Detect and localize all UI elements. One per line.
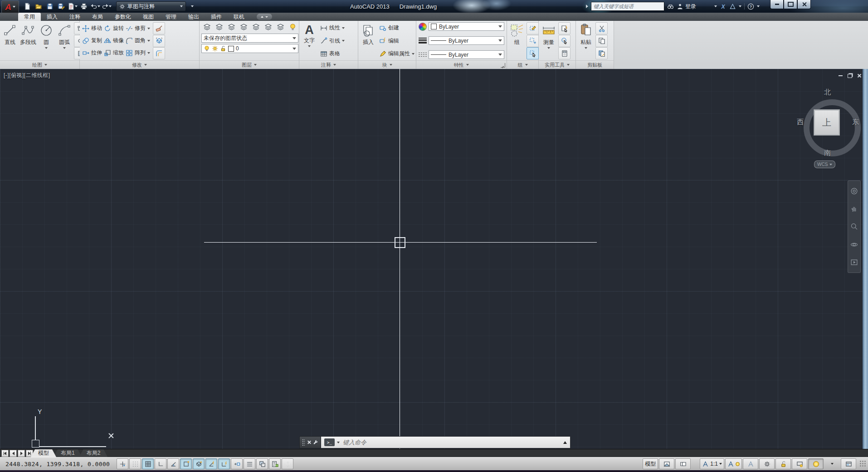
layer-match-button[interactable] [214, 22, 225, 32]
snap-mode-toggle[interactable] [129, 458, 141, 469]
coordinates-readout[interactable]: 2448.3824, 1399.3418, 0.0000 [0, 461, 116, 467]
panel-label-group[interactable]: 组 [507, 60, 538, 69]
exchange-apps-button[interactable] [720, 3, 727, 10]
first-tab-button[interactable] [1, 450, 9, 457]
group-edit-button[interactable] [527, 35, 539, 47]
ortho-mode-toggle[interactable] [155, 458, 166, 469]
block-edit-attributes-button[interactable]: 编辑属性 [378, 48, 416, 59]
tab-model[interactable]: 模型 [31, 449, 56, 457]
polyline-button[interactable]: 多段线 [20, 22, 37, 60]
quick-select-button[interactable] [558, 22, 571, 34]
chevron-down-icon[interactable] [757, 5, 760, 7]
quick-properties-toggle[interactable] [269, 458, 281, 469]
tab-parametric[interactable]: 参数化 [109, 13, 137, 21]
fillet-button[interactable]: 圆角 [126, 37, 150, 44]
dynamic-ucs-toggle[interactable] [218, 458, 230, 469]
tab-layout2[interactable]: 布局2 [79, 449, 108, 457]
quick-view-drawings-button[interactable] [675, 458, 691, 469]
help-button[interactable] [747, 3, 754, 10]
infer-constraints-toggle[interactable] [117, 458, 128, 469]
transparency-toggle[interactable] [256, 458, 268, 469]
trim-button[interactable]: 修剪 [126, 24, 150, 32]
drag-handle-icon[interactable] [302, 439, 305, 446]
autodesk360-button[interactable] [729, 3, 736, 10]
tab-output[interactable]: 输出 [182, 13, 205, 21]
annotation-visibility-button[interactable] [725, 458, 742, 469]
viewport-controls-label[interactable]: [-][俯视][二维线框] [4, 72, 50, 79]
drawing-canvas[interactable]: [-][俯视][二维线框] 北 西 东 南 上 WCS Y [0, 69, 868, 449]
panel-label-properties[interactable]: 特性 [416, 60, 507, 69]
chevron-down-icon[interactable] [739, 5, 741, 7]
block-create-button[interactable]: 创建 [378, 22, 416, 34]
panel-label-layers[interactable]: 图层 [200, 60, 299, 69]
text-button[interactable]: A 文字 [301, 22, 318, 60]
workspace-switching-button[interactable] [759, 458, 775, 469]
dimension-linear-button[interactable]: 线性 [319, 22, 346, 34]
paste-button[interactable]: 粘贴 [577, 22, 595, 60]
viewcube-top-face[interactable]: 上 [814, 109, 840, 136]
search-button[interactable] [667, 3, 674, 10]
layer-unisolate-button[interactable] [263, 22, 274, 32]
search-input[interactable] [591, 2, 664, 11]
previous-tab-button[interactable] [10, 450, 17, 457]
close-icon[interactable] [307, 440, 311, 444]
paste-special-button[interactable] [595, 47, 608, 59]
quick-view-layouts-button[interactable] [659, 458, 674, 469]
linetype-dropdown[interactable]: ByLayer [429, 50, 504, 59]
layer-current-button[interactable] [226, 22, 237, 32]
dynamic-input-toggle[interactable] [231, 458, 243, 469]
workspace-switcher[interactable]: 草图与注释 [116, 1, 186, 11]
layer-select-dropdown[interactable]: 0 [201, 44, 298, 53]
leader-button[interactable]: 引线 [319, 35, 346, 47]
copy-button[interactable]: 复制 [82, 37, 102, 44]
maximize-button[interactable] [784, 0, 797, 9]
layer-isolate-button[interactable] [250, 22, 262, 32]
next-tab-button[interactable] [18, 450, 25, 457]
application-menu-button[interactable]: A [1, 0, 19, 13]
annotation-scale-button[interactable]: 1:1 [700, 458, 724, 469]
tab-online[interactable]: 联机 [228, 13, 250, 21]
show-motion-icon[interactable] [850, 258, 858, 266]
hardware-acceleration-button[interactable] [792, 458, 807, 469]
clean-screen-button[interactable] [841, 458, 856, 469]
lineweight-display-toggle[interactable] [244, 458, 255, 469]
open-file-button[interactable] [33, 2, 44, 11]
table-button[interactable]: 表格 [319, 48, 346, 59]
command-input-area[interactable]: >_ [321, 436, 571, 448]
layer-properties-button[interactable] [201, 22, 213, 32]
viewcube-east-label[interactable]: 东 [852, 118, 859, 127]
tab-insert[interactable]: 插入 [41, 13, 63, 21]
panel-label-draw[interactable]: 绘图 [0, 60, 79, 69]
drawing-restore-icon[interactable] [848, 74, 852, 78]
viewcube-west-label[interactable]: 西 [797, 118, 804, 127]
infocenter-collapse-icon[interactable] [586, 5, 588, 8]
rotate-button[interactable]: 旋转 [104, 24, 124, 32]
linetype-icon[interactable] [419, 53, 427, 57]
arc-button[interactable]: 圆弧 [56, 22, 73, 60]
3d-object-snap-toggle[interactable] [193, 458, 205, 469]
ungroup-button[interactable] [527, 22, 539, 34]
copy-clip-button[interactable] [595, 35, 608, 47]
pan-hand-icon[interactable] [850, 205, 858, 213]
tab-manage[interactable]: 管理 [160, 13, 182, 21]
wcs-dropdown[interactable]: WCS [814, 161, 835, 168]
drawing-close-icon[interactable] [857, 73, 862, 78]
selection-cycling-toggle[interactable] [282, 458, 293, 469]
panel-launcher-icon[interactable] [501, 63, 505, 68]
polar-tracking-toggle[interactable] [167, 458, 179, 469]
command-input[interactable] [342, 438, 561, 446]
viewcube-north-label[interactable]: 北 [824, 88, 831, 97]
group-selection-toggle[interactable] [527, 47, 539, 59]
navigation-wheel-icon[interactable] [850, 187, 858, 195]
panel-label-block[interactable]: 块 [358, 60, 416, 69]
tab-layout[interactable]: 布局 [86, 13, 109, 21]
move-button[interactable]: 移动 [82, 24, 102, 32]
tab-layout1[interactable]: 布局1 [54, 449, 82, 457]
tab-home[interactable]: 常用 [18, 13, 41, 21]
print-button[interactable] [78, 2, 89, 11]
panel-label-utilities[interactable]: 实用工具 [539, 60, 575, 69]
layer-freeze-button[interactable] [275, 22, 286, 32]
tab-annotate[interactable]: 注释 [63, 13, 86, 21]
toolbar-lock-button[interactable] [775, 458, 791, 469]
tab-view[interactable]: 视图 [137, 13, 160, 21]
